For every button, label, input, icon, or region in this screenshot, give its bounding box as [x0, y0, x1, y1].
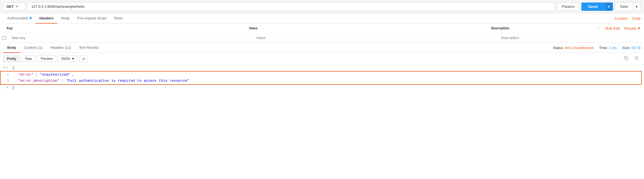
copy-icon	[624, 56, 628, 60]
method-chevron-icon: ▼	[16, 5, 18, 8]
new-key-cell	[8, 34, 253, 41]
response-toolbar: Pretty Raw Preview JSON ▼ ⇌	[0, 53, 644, 65]
code-line-2: 2 "error" : "unauthorized" ,	[1, 72, 641, 78]
wrap-button[interactable]: ⇌	[80, 55, 88, 62]
svg-rect-0	[625, 57, 628, 60]
headers-toolbar: Key Value Description ··· Bulk Edit Pres…	[0, 24, 644, 33]
search-button[interactable]	[633, 55, 641, 62]
code-line-3: 3 "error_description" : "Full authentica…	[1, 78, 641, 84]
format-label: JSON	[61, 57, 70, 61]
code-area: ▼ 1 { 2 "error" : "unauthorized" ,	[0, 65, 644, 91]
time-value: 3 ms	[609, 46, 617, 50]
error-key: "error"	[18, 73, 34, 77]
line-content-4: }	[11, 85, 644, 91]
send-button[interactable]: Send	[581, 2, 604, 11]
right-toolbar-actions	[622, 55, 641, 62]
response-tab-testresults-label: Test Results	[79, 45, 99, 50]
format-selector[interactable]: JSON ▼	[58, 55, 78, 62]
tab-authorization-label: Authorization	[7, 16, 28, 20]
error-border: 2 "error" : "unauthorized" , 3	[0, 71, 642, 85]
bulk-edit-button[interactable]: Bulk Edit	[605, 26, 620, 30]
new-key-input[interactable]	[9, 34, 252, 41]
tab-body[interactable]: Body	[57, 13, 73, 24]
wrap-icon: ⇌	[82, 57, 85, 61]
tab-authorization[interactable]: Authorization	[3, 13, 35, 24]
line-number-2: 2	[1, 72, 12, 78]
line-number-3: 3	[1, 78, 12, 84]
response-tab-cookies[interactable]: Cookies (1)	[20, 43, 46, 53]
response-status-info: Status: 401 Unauthorized Time: 3 ms Size…	[553, 46, 641, 50]
save-group: Save ▼	[615, 2, 641, 11]
presets-label: Presets	[624, 26, 636, 30]
preview-button[interactable]: Preview	[37, 55, 56, 62]
col-actions: ··· Bulk Edit Presets ▼	[597, 26, 641, 31]
new-value-cell	[253, 34, 498, 41]
send-dropdown-button[interactable]: ▼	[604, 2, 613, 11]
error-value: "unauthorized"	[40, 73, 70, 77]
size-value: 557 B	[631, 46, 641, 50]
time-label: Time: 3 ms	[599, 46, 617, 50]
pretty-button[interactable]: Pretty	[3, 55, 20, 62]
right-links: Cookies Code	[615, 16, 641, 21]
save-dropdown-button[interactable]: ▼	[633, 2, 640, 11]
headers-section: Key Value Description ··· Bulk Edit Pres…	[0, 24, 644, 43]
response-tab-headers-label: Headers (11)	[50, 45, 71, 50]
error-highlight-box: 2 "error" : "unauthorized" , 3	[0, 71, 642, 85]
svg-line-2	[637, 59, 638, 60]
new-header-row	[0, 33, 644, 42]
response-tabs-bar: Body Cookies (1) Headers (11) Test Resul…	[0, 43, 644, 53]
request-tabs: Authorization Headers Body Pre-request S…	[0, 13, 644, 24]
open-brace: {	[12, 66, 14, 70]
error-desc-value: "Full authentication is required to acce…	[66, 79, 189, 83]
send-group: Send ▼	[581, 2, 613, 11]
raw-button[interactable]: Raw	[22, 55, 35, 62]
line-content-3: "error_description" : "Full authenticati…	[12, 78, 641, 84]
authorization-dot	[30, 17, 32, 19]
response-tab-testresults[interactable]: Test Results	[75, 43, 103, 53]
close-brace: }	[12, 86, 14, 90]
more-options-icon[interactable]: ···	[597, 26, 601, 31]
tab-prerequest[interactable]: Pre-request Script	[73, 13, 110, 24]
method-label: GET	[6, 4, 14, 9]
line-content-1: {	[11, 65, 644, 71]
status-value: 401 Unauthorized	[565, 46, 594, 50]
new-desc-input[interactable]	[499, 34, 643, 41]
tab-prerequest-label: Pre-request Script	[77, 16, 106, 20]
params-button[interactable]: Params	[558, 2, 579, 11]
tab-body-label: Body	[61, 16, 70, 20]
tab-headers-label: Headers	[39, 16, 53, 20]
url-input[interactable]	[28, 2, 555, 11]
fold-arrow-1[interactable]: ▼	[4, 65, 6, 71]
save-button[interactable]: Save	[615, 2, 633, 11]
tab-tests-label: Tests	[114, 16, 122, 20]
search-icon	[635, 56, 639, 60]
col-key-header: Key	[3, 26, 246, 30]
format-chevron-icon: ▼	[71, 57, 75, 61]
code-link[interactable]: Code	[632, 16, 641, 21]
code-line-1: ▼ 1 {	[0, 65, 644, 71]
response-tab-body-label: Body	[7, 45, 16, 50]
presets-chevron-icon: ▼	[637, 26, 641, 30]
response-tab-headers[interactable]: Headers (11)	[46, 43, 75, 53]
line-number-1: ▼ 1	[0, 65, 11, 71]
code-line-4: 4 }	[0, 85, 644, 91]
line-number-4: 4	[0, 85, 11, 91]
cookies-link[interactable]: Cookies	[615, 16, 628, 21]
presets-button[interactable]: Presets ▼	[624, 26, 641, 30]
copy-button[interactable]	[622, 55, 630, 62]
error-desc-key: "error_description"	[18, 79, 59, 83]
status-label: Status: 401 Unauthorized	[553, 46, 594, 50]
new-value-input[interactable]	[254, 34, 497, 41]
url-bar: GET ▼ Params Send ▼ Save ▼	[0, 0, 644, 13]
tab-tests[interactable]: Tests	[110, 13, 126, 24]
size-label: Size: 557 B	[622, 46, 641, 50]
header-checkbox[interactable]	[2, 36, 6, 40]
new-desc-cell	[498, 34, 644, 41]
svg-point-1	[635, 57, 638, 59]
tab-headers[interactable]: Headers	[35, 13, 57, 24]
row-checkbox[interactable]	[0, 36, 8, 40]
response-tab-body[interactable]: Body	[3, 43, 20, 53]
col-value-header: Value	[246, 26, 488, 30]
col-desc-header: Description	[488, 26, 597, 30]
method-selector[interactable]: GET ▼	[3, 2, 25, 11]
